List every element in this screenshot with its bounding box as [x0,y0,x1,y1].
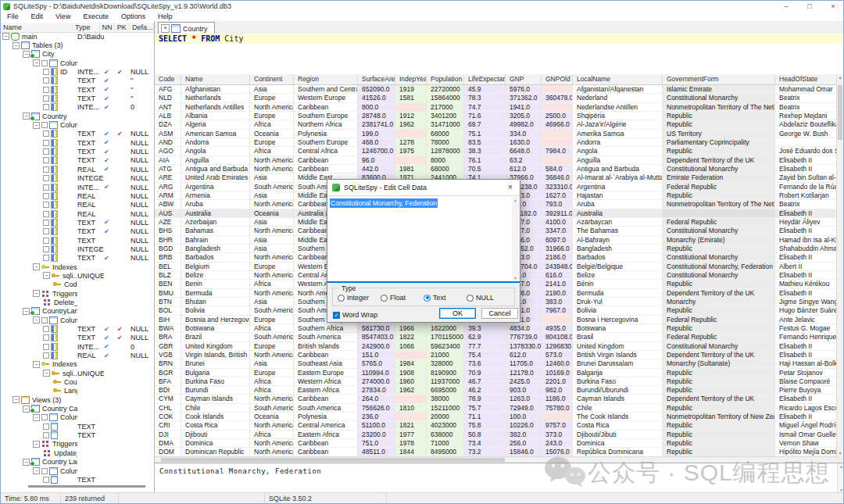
tree-row-column[interactable]: TEXT✔✔NULL [1,130,154,138]
tree-row-countrycode[interactable]: CountryCode [1,377,154,386]
tree-row-id[interactable]: IDINTE...✔✔NULL [1,67,154,76]
grid-cell[interactable]: Andorra [573,138,663,147]
tree-row-column[interactable]: TEXTNULL [1,236,154,245]
grid-cell[interactable]: Cayman Islands [573,395,663,403]
sql-editor[interactable]: SELECT * FROM City [155,34,844,75]
grid-cell[interactable]: Djibouti/Jibuti [573,431,663,439]
grid-cell[interactable]: 11705.0 [506,359,542,368]
grid-cell[interactable]: Republic [663,377,775,386]
grid-cell[interactable]: 243.0 [542,439,573,448]
tree-checkbox[interactable] [43,326,49,332]
grid-cell[interactable]: 199.0 [358,130,395,138]
grid-cell[interactable]: Republic [663,421,775,430]
grid-cell[interactable]: Chile [181,404,250,413]
menu-view[interactable]: View [49,12,77,21]
grid-cell[interactable]: Republic [663,431,775,439]
hscroll-thumb[interactable] [161,458,505,462]
tree-row-update-country-capitals[interactable]: Update_Country_Capitals [1,449,154,457]
grid-cell[interactable]: 584.0 [542,165,573,173]
grid-cell[interactable]: Bermuda [573,289,663,298]
grid-cell[interactable]: 1246700.0 [358,147,395,155]
grid-cell[interactable]: 1186.0 [542,395,573,403]
tree-row-tables-3-[interactable]: Tables (3) [1,41,154,49]
tree-row-sqli-[interactable]: sqli...UNIQUE [1,271,154,280]
grid-cell[interactable]: Nederlandse Antillen [573,103,663,112]
grid-cell[interactable]: Elisabeth II [775,209,838,218]
grid-cell[interactable]: Brunei Darussalam [573,359,663,368]
grid-cell[interactable]: ALB [155,112,181,120]
grid-cell[interactable]: 78000 [427,138,464,147]
grid-cell[interactable]: Republic [663,448,775,456]
tree-row-column[interactable]: REALNULL [1,191,154,200]
grid-cell[interactable]: 1978 [395,439,427,448]
grid-cell[interactable]: 78.9 [464,395,506,403]
grid-cell[interactable]: Bangladesh [573,245,663,253]
tree-checkbox[interactable] [43,157,49,163]
tree-row-column[interactable]: INTE...✔0 [1,103,154,112]
grid-cell[interactable]: Federal Republic [663,333,775,341]
grid-cell[interactable]: Constitutional Monarchy [663,342,775,351]
grid-cell[interactable]: Elisabeth II [775,156,838,165]
grid-cell[interactable]: Antigua and Barbuda [573,165,663,173]
grid-cell[interactable]: CYM [155,395,181,403]
grid-cell[interactable]: Anguilla [181,156,250,165]
grid-cell[interactable]: AFG [155,85,181,94]
grid-cell[interactable]: 236.0 [358,413,395,421]
grid-cell[interactable]: ATG [155,165,181,173]
radio-text[interactable]: Text [424,294,467,302]
grid-cell[interactable]: 323310.0 [542,183,573,191]
tree-row-language[interactable]: Language [1,387,154,395]
grid-cell[interactable]: Hipólito Mejía Domíngue [775,448,838,456]
grid-cell[interactable]: 15864000 [427,94,464,102]
grid-cell[interactable] [542,156,573,165]
grid-cell[interactable]: 78.3 [464,94,506,102]
grid-cell[interactable]: Blaise Compaoré [775,377,838,386]
tree-row-column[interactable]: TEXT✔✔NULL [1,334,154,342]
grid-cell[interactable]: Brasil [573,333,663,341]
grid-cell[interactable]: 77.7 [464,342,506,351]
collapse-icon[interactable] [33,467,40,474]
grid-cell[interactable] [542,413,573,421]
tab-country[interactable]: × Country [158,22,215,34]
grid-cell[interactable]: Republic [663,386,775,395]
grid-cell[interactable]: 75.8 [464,421,506,430]
grid-cell[interactable]: ANT [155,103,181,112]
grid-cell[interactable]: Fernando Henrique Car [775,333,838,341]
grid-cell[interactable]: 371362.0 [506,94,542,102]
tree-row-column[interactable]: TEXT✔'' [1,85,154,94]
grid-cell[interactable]: Asia [250,191,294,200]
grid-cell[interactable]: Africa [250,377,294,386]
grid-cell[interactable]: US Territory [663,130,775,138]
grid-cell[interactable]: 73.2 [464,448,506,456]
grid-cell[interactable]: ASM [155,130,181,138]
grid-cell[interactable]: Brunei [181,359,250,368]
grid-cell[interactable]: Costa Rica [181,421,250,430]
grid-cell[interactable]: 1066 [395,342,427,351]
grid-cell[interactable]: Monarchy (Emirate) [663,236,775,245]
grid-cell[interactable]: Polynesia [294,413,358,421]
grid-cell[interactable]: United Kingdom [181,342,250,351]
grid-cell[interactable]: DMA [155,439,181,448]
grid-cell[interactable]: Fernando de la Rúa [775,183,838,191]
grid-cell[interactable]: ARE [155,173,181,182]
tree-row-delete-country[interactable]: Delete_Country [1,298,154,306]
tree-hscrollbar[interactable] [28,485,145,488]
grid-cell[interactable]: 22720000 [427,85,464,94]
grid-cell[interactable]: 334.0 [506,130,542,138]
grid-header-localname[interactable]: LocalName [573,74,663,84]
grid-cell[interactable]: Haji Hassan al-Bolkiah [775,359,838,368]
grid-cell[interactable]: Virgin Islands, British [181,351,250,359]
grid-cell[interactable]: Barbados [181,253,250,262]
grid-header-lifeexpectancy[interactable]: LifeExpectancy [464,74,506,84]
grid-cell[interactable]: 7967.0 [542,306,573,315]
grid-cell[interactable]: 4100.0 [542,218,573,227]
grid-cell[interactable]: 46.7 [464,377,506,386]
grid-cell[interactable]: 23200.0 [358,431,395,439]
grid-cell[interactable]: Australia [181,209,250,218]
tree-row-column[interactable]: TEXT✔✔NULL [1,324,154,333]
grid-cell[interactable]: Bosnia and Herzegovina [181,316,250,324]
scroll-up-icon[interactable]: ▲ [838,464,844,469]
tree-checkbox[interactable] [41,60,48,66]
grid-cell[interactable]: Burkina Faso [181,377,250,386]
grid-cell[interactable]: ARG [155,183,181,191]
